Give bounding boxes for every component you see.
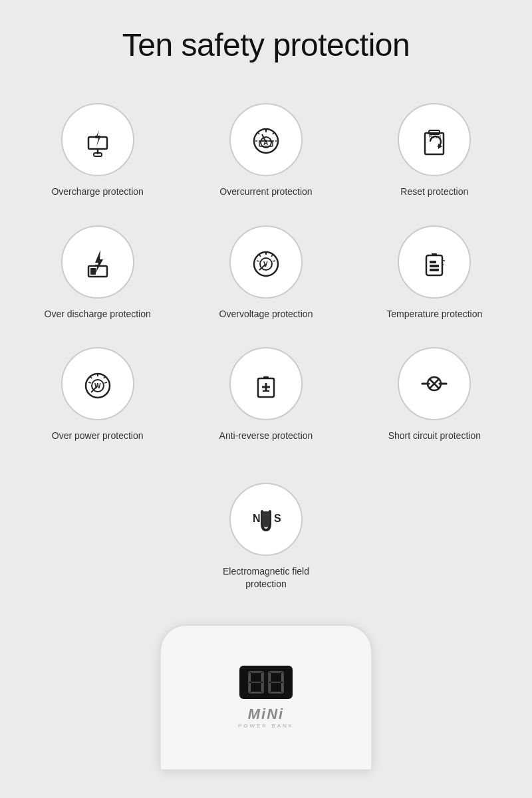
overdischarge-icon-circle: [61, 225, 134, 299]
display-digit-1: [247, 670, 265, 694]
svg-rect-35: [430, 261, 436, 263]
temperature-icon: [413, 241, 456, 283]
svg-marker-2: [95, 130, 100, 146]
device-section: MiNi POWER BANK: [0, 611, 532, 777]
protection-grid: Overcharge protection A Overcur: [0, 83, 532, 463]
overcharge-label: Overcharge protection: [51, 186, 144, 199]
overcurrent-label: Overcurrent protection: [219, 186, 312, 199]
overpower-label: Over power protection: [52, 430, 144, 443]
svg-rect-34: [430, 265, 439, 267]
svg-marker-18: [95, 250, 103, 274]
svg-line-7: [258, 132, 259, 134]
protection-item-electromagnetic: N S Electromagnetic field protection: [193, 469, 339, 598]
svg-text:S: S: [274, 513, 281, 524]
svg-line-44: [104, 382, 107, 383]
electromagnetic-label: Electromagnetic field protection: [206, 565, 326, 591]
protection-item-temperature: Temperature protection: [350, 212, 519, 328]
svg-line-29: [259, 255, 261, 257]
device-body: MiNi POWER BANK: [160, 624, 372, 771]
svg-rect-21: [90, 268, 96, 275]
svg-rect-4: [94, 153, 102, 156]
brand-sub: POWER BANK: [238, 723, 294, 729]
svg-line-28: [273, 261, 275, 261]
overcharge-icon-circle: [61, 103, 134, 176]
svg-line-43: [88, 382, 91, 383]
display-digit-2: [267, 670, 285, 694]
svg-line-8: [273, 132, 274, 134]
reset-label: Reset protection: [400, 186, 468, 199]
antireverse-icon: [245, 362, 287, 405]
overdischarge-label: Over discharge protection: [45, 308, 151, 321]
protection-item-overpower: W Over power protection: [13, 334, 182, 450]
electromagnetic-icon-circle: N S: [229, 483, 303, 556]
overcharge-icon: [76, 118, 119, 161]
overdischarge-icon: [76, 241, 119, 283]
svg-text:A: A: [263, 139, 268, 146]
shortcircuit-icon: [413, 362, 456, 405]
protection-item-overcharge: Overcharge protection: [13, 90, 182, 205]
protection-item-overdischarge: Over discharge protection: [13, 212, 182, 328]
shortcircuit-icon-circle: [398, 347, 471, 420]
svg-rect-20: [95, 265, 100, 266]
reset-icon-circle: Reset: [398, 103, 471, 176]
protection-item-reset: Reset Reset protection: [350, 90, 519, 205]
svg-text:N: N: [253, 513, 261, 524]
overvoltage-icon: V: [245, 241, 287, 283]
overvoltage-label: Overvoltage protection: [219, 308, 313, 321]
temperature-icon-circle: [398, 225, 471, 299]
electromagnetic-icon: N S: [245, 498, 287, 541]
overpower-icon-circle: W: [61, 347, 134, 420]
reset-icon: Reset: [413, 118, 456, 161]
protection-item-overcurrent: A Overcurrent protection: [182, 90, 350, 205]
shortcircuit-label: Short circuit protection: [388, 430, 481, 443]
svg-line-46: [104, 376, 105, 378]
antireverse-label: Anti-reverse protection: [219, 430, 313, 443]
protection-item-antireverse: Anti-reverse protection: [182, 334, 350, 450]
device-brand: MiNi POWER BANK: [238, 706, 294, 729]
antireverse-icon-circle: [229, 347, 303, 420]
bottom-row: N S Electromagnetic field protection: [0, 463, 532, 611]
protection-item-overvoltage: V Overvoltage protection: [182, 212, 350, 328]
svg-rect-33: [430, 269, 439, 271]
page-title: Ten safety protection: [109, 0, 423, 83]
temperature-label: Temperature protection: [386, 308, 482, 321]
svg-text:Reset: Reset: [429, 134, 441, 139]
overcurrent-icon: A: [245, 118, 287, 161]
protection-item-shortcircuit: Short circuit protection: [350, 334, 519, 450]
svg-line-27: [257, 261, 259, 261]
svg-rect-48: [263, 376, 269, 379]
overvoltage-icon-circle: V: [229, 225, 303, 299]
device-display: [239, 666, 293, 699]
svg-line-30: [271, 255, 273, 257]
overcurrent-icon-circle: A: [229, 103, 303, 176]
svg-rect-32: [432, 253, 437, 256]
overpower-icon: W: [76, 362, 119, 405]
brand-name: MiNi: [248, 706, 284, 723]
svg-line-45: [90, 376, 92, 378]
